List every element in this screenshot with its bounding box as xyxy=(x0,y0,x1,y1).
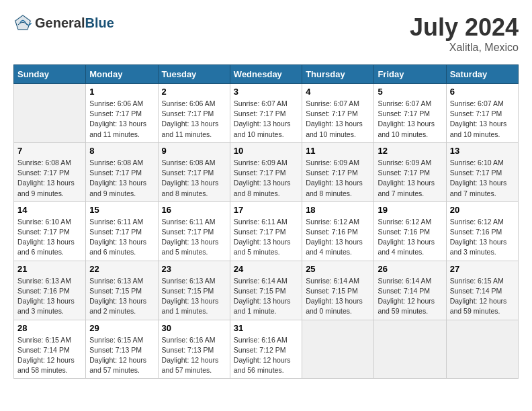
calendar-cell: 16Sunrise: 6:11 AMSunset: 7:17 PMDayligh… xyxy=(158,201,230,261)
day-number: 24 xyxy=(234,264,298,274)
calendar-cell: 19Sunrise: 6:12 AMSunset: 7:16 PMDayligh… xyxy=(374,201,446,261)
calendar-cell: 9Sunrise: 6:08 AMSunset: 7:17 PMDaylight… xyxy=(158,142,230,201)
logo-blue: Blue xyxy=(85,15,114,30)
day-info: Sunrise: 6:07 AMSunset: 7:17 PMDaylight:… xyxy=(306,99,370,140)
day-number: 19 xyxy=(378,205,442,215)
calendar-cell xyxy=(374,320,446,379)
calendar-cell: 29Sunrise: 6:15 AMSunset: 7:13 PMDayligh… xyxy=(86,320,158,379)
calendar-cell: 5Sunrise: 6:07 AMSunset: 7:17 PMDaylight… xyxy=(374,84,446,143)
day-number: 11 xyxy=(306,146,370,156)
calendar-cell: 20Sunrise: 6:12 AMSunset: 7:16 PMDayligh… xyxy=(446,201,518,261)
calendar-cell: 22Sunrise: 6:13 AMSunset: 7:15 PMDayligh… xyxy=(86,261,158,320)
day-info: Sunrise: 6:13 AMSunset: 7:16 PMDaylight:… xyxy=(17,276,82,317)
day-number: 1 xyxy=(89,87,154,97)
calendar-cell: 6Sunrise: 6:07 AMSunset: 7:17 PMDaylight… xyxy=(446,84,518,143)
day-number: 8 xyxy=(89,146,154,156)
day-number: 18 xyxy=(306,205,370,215)
day-info: Sunrise: 6:15 AMSunset: 7:14 PMDaylight:… xyxy=(450,276,515,317)
title-block: July 2024 Xalitla, Mexico xyxy=(410,13,519,54)
day-info: Sunrise: 6:09 AMSunset: 7:17 PMDaylight:… xyxy=(306,158,370,199)
calendar-location: Xalitla, Mexico xyxy=(410,42,519,54)
day-info: Sunrise: 6:07 AMSunset: 7:17 PMDaylight:… xyxy=(234,99,298,140)
day-info: Sunrise: 6:10 AMSunset: 7:17 PMDaylight:… xyxy=(17,217,82,258)
day-number: 4 xyxy=(306,87,370,97)
day-info: Sunrise: 6:15 AMSunset: 7:14 PMDaylight:… xyxy=(17,335,82,376)
week-row-2: 7Sunrise: 6:08 AMSunset: 7:17 PMDaylight… xyxy=(14,142,519,201)
calendar-cell: 31Sunrise: 6:16 AMSunset: 7:12 PMDayligh… xyxy=(230,320,302,379)
calendar-cell: 8Sunrise: 6:08 AMSunset: 7:17 PMDaylight… xyxy=(86,142,158,201)
weekday-header-saturday: Saturday xyxy=(446,65,518,84)
day-number: 3 xyxy=(234,87,298,97)
weekday-header-friday: Friday xyxy=(374,65,446,84)
calendar-cell: 28Sunrise: 6:15 AMSunset: 7:14 PMDayligh… xyxy=(14,320,86,379)
calendar-table: SundayMondayTuesdayWednesdayThursdayFrid… xyxy=(13,64,519,379)
day-info: Sunrise: 6:16 AMSunset: 7:13 PMDaylight:… xyxy=(162,335,226,376)
calendar-cell: 30Sunrise: 6:16 AMSunset: 7:13 PMDayligh… xyxy=(158,320,230,379)
weekday-header-thursday: Thursday xyxy=(302,65,374,84)
day-number: 20 xyxy=(450,205,515,215)
day-info: Sunrise: 6:13 AMSunset: 7:15 PMDaylight:… xyxy=(89,276,154,317)
calendar-cell: 13Sunrise: 6:10 AMSunset: 7:17 PMDayligh… xyxy=(446,142,518,201)
calendar-cell: 25Sunrise: 6:14 AMSunset: 7:15 PMDayligh… xyxy=(302,261,374,320)
day-number: 26 xyxy=(378,264,442,274)
page-header: GeneralBlue July 2024 Xalitla, Mexico xyxy=(13,13,519,54)
week-row-5: 28Sunrise: 6:15 AMSunset: 7:14 PMDayligh… xyxy=(14,320,519,379)
day-number: 27 xyxy=(450,264,515,274)
calendar-cell: 23Sunrise: 6:13 AMSunset: 7:15 PMDayligh… xyxy=(158,261,230,320)
calendar-cell: 17Sunrise: 6:11 AMSunset: 7:17 PMDayligh… xyxy=(230,201,302,261)
day-info: Sunrise: 6:14 AMSunset: 7:15 PMDaylight:… xyxy=(234,276,298,317)
day-info: Sunrise: 6:14 AMSunset: 7:15 PMDaylight:… xyxy=(306,276,370,317)
weekday-header-wednesday: Wednesday xyxy=(230,65,302,84)
calendar-cell xyxy=(302,320,374,379)
day-info: Sunrise: 6:11 AMSunset: 7:17 PMDaylight:… xyxy=(234,217,298,258)
calendar-cell: 14Sunrise: 6:10 AMSunset: 7:17 PMDayligh… xyxy=(14,201,86,261)
day-info: Sunrise: 6:10 AMSunset: 7:17 PMDaylight:… xyxy=(450,158,515,199)
calendar-cell: 18Sunrise: 6:12 AMSunset: 7:16 PMDayligh… xyxy=(302,201,374,261)
calendar-cell: 11Sunrise: 6:09 AMSunset: 7:17 PMDayligh… xyxy=(302,142,374,201)
day-info: Sunrise: 6:07 AMSunset: 7:17 PMDaylight:… xyxy=(450,99,515,140)
calendar-title: July 2024 xyxy=(410,13,519,42)
day-info: Sunrise: 6:11 AMSunset: 7:17 PMDaylight:… xyxy=(162,217,226,258)
day-number: 10 xyxy=(234,146,298,156)
day-number: 2 xyxy=(162,87,226,97)
week-row-1: 1Sunrise: 6:06 AMSunset: 7:17 PMDaylight… xyxy=(14,84,519,143)
weekday-header-sunday: Sunday xyxy=(14,65,86,84)
calendar-cell: 7Sunrise: 6:08 AMSunset: 7:17 PMDaylight… xyxy=(14,142,86,201)
week-row-3: 14Sunrise: 6:10 AMSunset: 7:17 PMDayligh… xyxy=(14,201,519,261)
day-info: Sunrise: 6:16 AMSunset: 7:12 PMDaylight:… xyxy=(234,335,298,376)
weekday-header-monday: Monday xyxy=(86,65,158,84)
calendar-cell: 12Sunrise: 6:09 AMSunset: 7:17 PMDayligh… xyxy=(374,142,446,201)
day-info: Sunrise: 6:09 AMSunset: 7:17 PMDaylight:… xyxy=(378,158,442,199)
day-number: 12 xyxy=(378,146,442,156)
day-info: Sunrise: 6:09 AMSunset: 7:17 PMDaylight:… xyxy=(234,158,298,199)
day-number: 6 xyxy=(450,87,515,97)
day-number: 23 xyxy=(162,264,226,274)
calendar-cell xyxy=(446,320,518,379)
day-info: Sunrise: 6:06 AMSunset: 7:17 PMDaylight:… xyxy=(89,99,154,140)
day-number: 15 xyxy=(89,205,154,215)
day-info: Sunrise: 6:14 AMSunset: 7:14 PMDaylight:… xyxy=(378,276,442,317)
day-info: Sunrise: 6:06 AMSunset: 7:17 PMDaylight:… xyxy=(162,99,226,140)
day-number: 16 xyxy=(162,205,226,215)
logo-icon xyxy=(13,13,32,32)
day-number: 29 xyxy=(89,323,154,333)
calendar-cell: 4Sunrise: 6:07 AMSunset: 7:17 PMDaylight… xyxy=(302,84,374,143)
calendar-cell: 26Sunrise: 6:14 AMSunset: 7:14 PMDayligh… xyxy=(374,261,446,320)
calendar-cell: 15Sunrise: 6:11 AMSunset: 7:17 PMDayligh… xyxy=(86,201,158,261)
weekday-header-row: SundayMondayTuesdayWednesdayThursdayFrid… xyxy=(14,65,519,84)
day-info: Sunrise: 6:12 AMSunset: 7:16 PMDaylight:… xyxy=(378,217,442,258)
day-number: 9 xyxy=(162,146,226,156)
calendar-cell xyxy=(14,84,86,143)
day-info: Sunrise: 6:12 AMSunset: 7:16 PMDaylight:… xyxy=(306,217,370,258)
day-number: 14 xyxy=(17,205,82,215)
calendar-cell: 24Sunrise: 6:14 AMSunset: 7:15 PMDayligh… xyxy=(230,261,302,320)
week-row-4: 21Sunrise: 6:13 AMSunset: 7:16 PMDayligh… xyxy=(14,261,519,320)
day-info: Sunrise: 6:15 AMSunset: 7:13 PMDaylight:… xyxy=(89,335,154,376)
calendar-cell: 21Sunrise: 6:13 AMSunset: 7:16 PMDayligh… xyxy=(14,261,86,320)
day-number: 13 xyxy=(450,146,515,156)
calendar-cell: 27Sunrise: 6:15 AMSunset: 7:14 PMDayligh… xyxy=(446,261,518,320)
day-number: 5 xyxy=(378,87,442,97)
day-number: 31 xyxy=(234,323,298,333)
day-number: 21 xyxy=(17,264,82,274)
day-number: 28 xyxy=(17,323,82,333)
